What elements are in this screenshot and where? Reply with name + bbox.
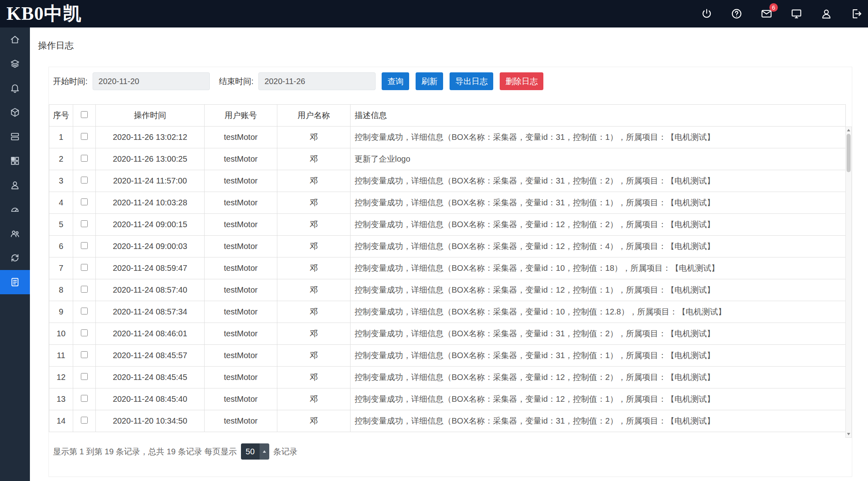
row-description: 控制变量成功，详细信息（BOX名称：采集器，变量id：12，控制值：2），所属项…: [351, 214, 846, 236]
sidebar-item-sync[interactable]: [0, 246, 30, 270]
row-checkbox[interactable]: [81, 286, 88, 293]
scroll-down-icon[interactable]: [846, 431, 851, 437]
row-username: 邓: [277, 410, 351, 432]
row-checkbox[interactable]: [81, 198, 88, 205]
end-date-input[interactable]: [258, 72, 376, 90]
row-index: 3: [49, 170, 73, 192]
sidebar-item-grid[interactable]: [0, 149, 30, 173]
sidebar-item-box[interactable]: [0, 100, 30, 124]
row-checkbox[interactable]: [81, 264, 88, 271]
row-account: testMotor: [205, 236, 277, 257]
row-time: 2020-11-24 09:00:15: [96, 214, 205, 236]
mail-icon[interactable]: 6: [760, 8, 773, 20]
row-description: 控制变量成功，详细信息（BOX名称：采集器，变量id：31，控制值：2），所属项…: [351, 170, 846, 192]
help-icon[interactable]: [731, 8, 743, 20]
row-checkbox-cell: [73, 127, 96, 148]
row-account: testMotor: [205, 170, 277, 192]
row-time: 2020-11-24 08:57:34: [96, 301, 205, 323]
content-panel: 开始时间: 结束时间: 查询 刷新 导出日志 删除日志 序号 操作时间: [49, 67, 852, 477]
row-username: 邓: [277, 279, 351, 301]
scrollbar-thumb[interactable]: [847, 134, 851, 172]
row-username: 邓: [277, 236, 351, 257]
page-size-value: 50: [241, 443, 260, 460]
row-account: testMotor: [205, 214, 277, 236]
row-username: 邓: [277, 127, 351, 148]
table-row: 2 2020-11-26 13:00:25 testMotor 邓 更新了企业l…: [49, 148, 846, 170]
header-account: 用户账号: [205, 105, 277, 127]
row-index: 1: [49, 127, 73, 148]
gauge-icon: [10, 204, 20, 215]
row-username: 邓: [277, 170, 351, 192]
topbar: KB0中凯 6: [0, 0, 868, 27]
row-description: 控制变量成功，详细信息（BOX名称：采集器，变量id：10，控制值：18），所属…: [351, 257, 846, 279]
row-description: 控制变量成功，详细信息（BOX名称：采集器，变量id：31，控制值：2），所属项…: [351, 410, 846, 432]
row-description: 更新了企业logo: [351, 148, 846, 170]
page-size-dropdown[interactable]: 50: [241, 443, 269, 460]
table-row: 5 2020-11-24 09:00:15 testMotor 邓 控制变量成功…: [49, 214, 846, 236]
row-checkbox-cell: [73, 257, 96, 279]
row-username: 邓: [277, 214, 351, 236]
row-checkbox[interactable]: [81, 177, 88, 184]
row-username: 邓: [277, 257, 351, 279]
row-checkbox[interactable]: [81, 133, 88, 140]
row-account: testMotor: [205, 410, 277, 432]
row-checkbox-cell: [73, 236, 96, 257]
row-time: 2020-11-24 10:03:28: [96, 192, 205, 214]
page-title: 操作日志: [38, 40, 74, 52]
table-row: 7 2020-11-24 08:59:47 testMotor 邓 控制变量成功…: [49, 257, 846, 279]
row-checkbox[interactable]: [81, 329, 88, 336]
sidebar-item-user[interactable]: [0, 173, 30, 197]
table-scrollbar[interactable]: [845, 127, 852, 438]
row-checkbox[interactable]: [81, 242, 88, 249]
row-checkbox[interactable]: [81, 351, 88, 358]
row-username: 邓: [277, 323, 351, 345]
row-checkbox-cell: [73, 192, 96, 214]
sidebar-item-gauge[interactable]: [0, 197, 30, 222]
stack-icon: [10, 131, 20, 142]
delete-log-button[interactable]: 删除日志: [500, 72, 543, 90]
row-description: 控制变量成功，详细信息（BOX名称：采集器，变量id：12，控制值：2），所属项…: [351, 367, 846, 388]
scroll-up-icon[interactable]: [846, 127, 851, 133]
row-description: 控制变量成功，详细信息（BOX名称：采集器，变量id：12，控制值：4），所属项…: [351, 236, 846, 257]
row-username: 邓: [277, 388, 351, 410]
sidebar-item-stack[interactable]: [0, 124, 30, 149]
sidebar-item-home[interactable]: [0, 27, 30, 52]
row-checkbox[interactable]: [81, 417, 88, 424]
export-log-button[interactable]: 导出日志: [450, 72, 493, 90]
row-checkbox-cell: [73, 345, 96, 367]
select-all-checkbox[interactable]: [81, 111, 88, 118]
log-table: 序号 操作时间 用户账号 用户名称 描述信息 1 2020-11-26 13:0…: [49, 104, 846, 432]
sidebar-item-layers[interactable]: [0, 52, 30, 76]
user-icon[interactable]: [820, 8, 832, 20]
layers-icon: [10, 59, 20, 69]
row-checkbox-cell: [73, 367, 96, 388]
query-button[interactable]: 查询: [382, 72, 409, 90]
row-index: 14: [49, 410, 73, 432]
row-checkbox[interactable]: [81, 395, 88, 402]
power-icon[interactable]: [701, 8, 713, 20]
sidebar-item-bell[interactable]: [0, 76, 30, 100]
start-time-label: 开始时间:: [53, 76, 88, 87]
row-username: 邓: [277, 148, 351, 170]
row-index: 7: [49, 257, 73, 279]
row-checkbox[interactable]: [81, 220, 88, 227]
row-checkbox[interactable]: [81, 308, 88, 314]
sidebar-item-users[interactable]: [0, 222, 30, 246]
row-checkbox[interactable]: [81, 373, 88, 380]
table-row: 13 2020-11-24 08:45:40 testMotor 邓 控制变量成…: [49, 388, 846, 410]
monitor-icon[interactable]: [790, 8, 803, 20]
refresh-button[interactable]: 刷新: [416, 72, 443, 90]
row-username: 邓: [277, 367, 351, 388]
start-date-input[interactable]: [93, 72, 210, 90]
logout-icon[interactable]: [850, 8, 862, 20]
row-checkbox-cell: [73, 410, 96, 432]
sync-icon: [10, 253, 20, 263]
sidebar-item-log[interactable]: [0, 270, 30, 294]
row-index: 4: [49, 192, 73, 214]
caret-up-icon: [260, 443, 269, 460]
table-row: 12 2020-11-24 08:45:45 testMotor 邓 控制变量成…: [49, 367, 846, 388]
row-checkbox[interactable]: [81, 155, 88, 162]
row-time: 2020-11-24 08:45:45: [96, 367, 205, 388]
row-account: testMotor: [205, 345, 277, 367]
log-table-wrap: 序号 操作时间 用户账号 用户名称 描述信息 1 2020-11-26 13:0…: [49, 104, 852, 438]
